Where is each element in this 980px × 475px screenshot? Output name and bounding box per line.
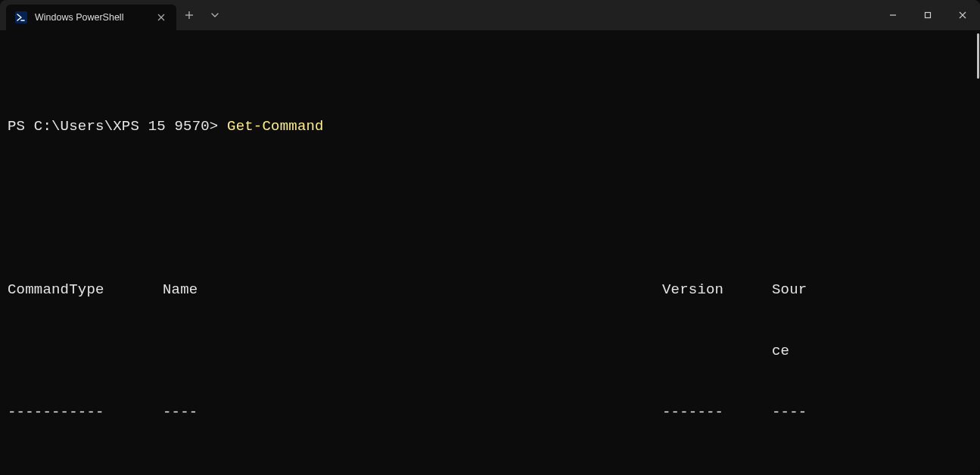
titlebar-drag-region[interactable] xyxy=(228,0,876,30)
header-source-part2: ce xyxy=(772,341,789,362)
header-version: Version xyxy=(662,280,772,300)
ul-commandtype: ----------- xyxy=(8,402,163,423)
terminal-viewport[interactable]: PS C:\Users\XPS 15 9570> Get-Command Com… xyxy=(0,30,980,475)
window-close-button[interactable] xyxy=(945,0,980,30)
prompt-path: C:\Users\XPS 15 9570> xyxy=(34,118,219,135)
header-line-1: CommandTypeNameVersionSour xyxy=(8,280,972,300)
app-window: Windows PowerShell xyxy=(0,0,980,475)
tab-powershell[interactable]: Windows PowerShell xyxy=(6,5,176,30)
maximize-button[interactable] xyxy=(910,0,945,30)
header-underline: -------------------------- xyxy=(8,402,972,423)
header-source-part1: Sour xyxy=(772,280,807,300)
svg-rect-7 xyxy=(926,13,931,18)
ul-source: ---- xyxy=(772,402,807,423)
tab-close-icon[interactable] xyxy=(157,13,166,22)
scrollbar-thumb[interactable] xyxy=(977,33,979,79)
ul-name: ---- xyxy=(163,402,662,423)
blank-line xyxy=(8,198,972,219)
prompt-line: PS C:\Users\XPS 15 9570> Get-Command xyxy=(8,116,972,137)
powershell-icon xyxy=(15,11,27,23)
header-line-2: ce xyxy=(8,341,972,362)
new-tab-button[interactable] xyxy=(176,0,202,30)
entered-command: Get-Command xyxy=(227,118,324,135)
header-name: Name xyxy=(163,280,662,300)
tab-title: Windows PowerShell xyxy=(35,12,123,23)
window-controls xyxy=(876,0,980,30)
header-commandtype: CommandType xyxy=(8,280,163,300)
tab-dropdown-button[interactable] xyxy=(202,0,228,30)
tab-strip: Windows PowerShell xyxy=(0,0,176,30)
title-bar[interactable]: Windows PowerShell xyxy=(0,0,980,30)
prompt-prefix: PS xyxy=(8,118,34,135)
ul-version: ------- xyxy=(662,402,772,423)
minimize-button[interactable] xyxy=(876,0,910,30)
